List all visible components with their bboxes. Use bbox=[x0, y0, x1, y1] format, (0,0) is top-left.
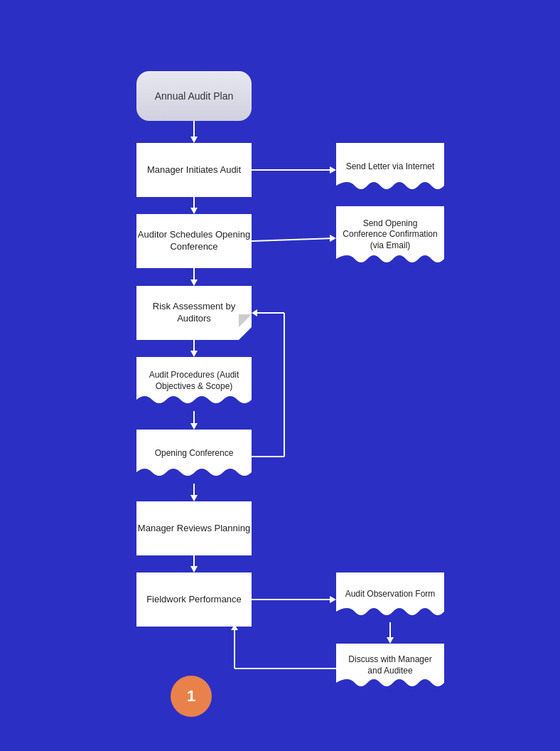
svg-marker-15 bbox=[330, 166, 336, 174]
flowchart: Annual Audit Plan Manager Initiates Audi… bbox=[0, 0, 560, 751]
audit-procedures-box: Audit Procedures (Audit Objectives & Sco… bbox=[136, 357, 252, 411]
svg-marker-21 bbox=[252, 309, 257, 316]
svg-marker-9 bbox=[190, 423, 198, 430]
fieldwork-box: Fieldwork Performance bbox=[136, 572, 252, 627]
risk-assessment-box: Risk Assessment by Auditors bbox=[136, 286, 252, 340]
auditor-schedules-label: Auditor Schedules Opening Conference bbox=[136, 229, 252, 253]
connector-label: 1 bbox=[187, 687, 195, 705]
discuss-box: Discuss with Manager and Auditee bbox=[336, 644, 444, 693]
annual-audit-plan-box: Annual Audit Plan bbox=[136, 71, 252, 121]
send-letter-box: Send Letter via Internet bbox=[336, 143, 444, 197]
svg-marker-5 bbox=[190, 279, 198, 286]
svg-marker-13 bbox=[190, 566, 198, 572]
fieldwork-label: Fieldwork Performance bbox=[146, 594, 242, 606]
discuss-label: Discuss with Manager and Auditee bbox=[340, 654, 440, 676]
send-letter-label: Send Letter via Internet bbox=[346, 161, 435, 173]
svg-marker-23 bbox=[330, 596, 336, 603]
svg-marker-11 bbox=[190, 495, 198, 501]
audit-observation-box: Audit Observation Form bbox=[336, 572, 444, 622]
manager-reviews-box: Manager Reviews Planning bbox=[136, 501, 252, 555]
auditor-schedules-box: Auditor Schedules Opening Conference bbox=[136, 214, 252, 268]
send-opening-label: Send Opening Conference Confirmation (vi… bbox=[340, 218, 440, 252]
opening-conference-label: Opening Conference bbox=[155, 448, 234, 459]
svg-marker-7 bbox=[190, 351, 198, 357]
send-opening-box: Send Opening Conference Confirmation (vi… bbox=[336, 206, 444, 270]
svg-marker-17 bbox=[330, 235, 336, 242]
annual-audit-plan-label: Annual Audit Plan bbox=[155, 90, 234, 102]
audit-procedures-label: Audit Procedures (Audit Objectives & Sco… bbox=[141, 370, 247, 392]
arrows-svg bbox=[0, 0, 560, 751]
svg-line-16 bbox=[252, 238, 334, 241]
svg-marker-3 bbox=[190, 208, 198, 214]
opening-conference-box: Opening Conference bbox=[136, 430, 252, 484]
svg-marker-1 bbox=[190, 137, 198, 143]
manager-reviews-label: Manager Reviews Planning bbox=[138, 523, 250, 535]
manager-initiates-label: Manager Initiates Audit bbox=[147, 164, 241, 176]
svg-marker-25 bbox=[387, 637, 394, 644]
audit-observation-label: Audit Observation Form bbox=[345, 589, 436, 600]
risk-assessment-label: Risk Assessment by Auditors bbox=[136, 301, 252, 325]
connector-circle: 1 bbox=[171, 676, 212, 717]
manager-initiates-box: Manager Initiates Audit bbox=[136, 143, 252, 197]
